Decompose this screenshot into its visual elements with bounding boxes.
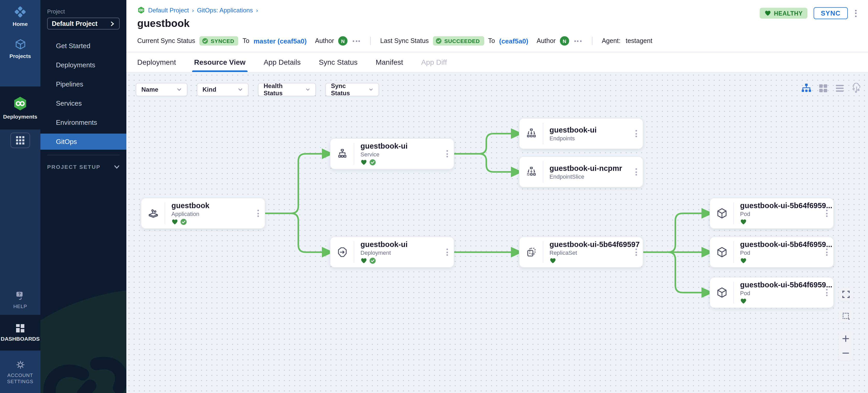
sidebar-item-pipelines[interactable]: Pipelines [40,76,126,92]
resource-tree-canvas[interactable]: Name Kind Health Status Sync Status [126,72,868,393]
author-label: Author [536,37,556,44]
replicaset-kind-icon [520,241,543,263]
nav-help[interactable]: ? HELP [0,285,40,315]
node-menu-kebab[interactable] [634,167,638,176]
sidebar-item-deployments[interactable]: Deployments [40,57,126,73]
nav-dashboards-label: DASHBOARDS [1,335,40,342]
node-pod-1[interactable]: guestbook-ui-5b64f6959... Pod [710,198,834,229]
sync-button[interactable]: SYNC [814,7,848,19]
node-name: guestbook [172,201,265,210]
filter-health-status-dropdown[interactable]: Health Status [258,83,316,96]
network-view-toggle[interactable] [851,83,862,93]
nav-deployments[interactable]: Deployments [0,91,40,125]
node-body: guestbook-ui Deployment [354,237,454,267]
node-body: guestbook-ui-5b64f6959... Pod [734,198,833,228]
grid-view-toggle[interactable] [818,83,828,93]
last-sync-status-label: Last Sync Status [380,37,429,44]
tab-app-diff[interactable]: App Diff [421,52,447,72]
node-body: guestbook-ui Endpoints [543,119,643,149]
node-kind: ReplicaSet [550,250,643,256]
sidebar-item-services[interactable]: Services [40,95,126,111]
nav-dashboards[interactable]: DASHBOARDS [0,318,40,348]
breadcrumb: Default Project › GitOps: Applications › [137,6,859,14]
pod-icon [715,286,728,299]
node-pod-3[interactable]: guestbook-ui-5b64f6959... Pod [710,277,834,308]
succeeded-badge-text: SUCCEEDED [444,38,480,44]
deployments-icon [12,96,28,111]
commit-message-ellipsis[interactable] [352,40,361,42]
last-sync-target-link[interactable]: (ceaf5a0) [499,37,529,45]
node-name: guestbook-ui-5b64f69597 [550,240,643,249]
sidebar-item-environments[interactable]: Environments [40,114,126,130]
app-menu-kebab[interactable] [854,8,858,18]
node-menu-kebab[interactable] [825,288,829,297]
nav-projects[interactable]: Projects [0,33,40,65]
node-endpointslice-guestbook-ui-ncpmr[interactable]: guestbook-ui-ncpmr EndpointSlice [519,156,643,188]
sidebar-item-gitops[interactable]: GitOps [40,134,126,150]
succeeded-badge: SUCCEEDED [433,36,484,45]
sidebar-menu: Get Started Deployments Pipelines Servic… [40,38,126,150]
filter-sync-status-dropdown[interactable]: Sync Status [325,83,379,96]
node-name: guestbook-ui-5b64f6959... [740,201,833,210]
tab-manifest[interactable]: Manifest [376,52,403,72]
node-menu-kebab[interactable] [634,248,638,257]
commit-message-ellipsis[interactable] [573,40,583,42]
zoom-out-button[interactable] [838,346,853,360]
node-menu-kebab[interactable] [256,209,260,218]
tab-deployment[interactable]: Deployment [137,52,176,72]
rail-middle: ? HELP [0,129,40,315]
node-menu-kebab[interactable] [445,248,449,257]
status-divider [370,37,371,45]
healthy-heart-icon [550,257,556,264]
pod-kind-icon [710,202,734,224]
sidebar-item-get-started[interactable]: Get Started [40,38,126,54]
breadcrumb-applications[interactable]: GitOps: Applications [197,6,253,14]
nav-projects-label: Projects [9,53,31,60]
list-view-toggle[interactable] [835,83,845,93]
breadcrumb-project[interactable]: Default Project [148,6,189,14]
node-service-guestbook-ui[interactable]: guestbook-ui Service [330,138,454,169]
grid-9-icon [16,136,25,145]
project-setup-toggle[interactable]: PROJECT SETUP [47,164,120,170]
zoom-in-button[interactable] [838,331,853,346]
projects-icon [14,38,27,51]
agent-value: testagent [626,37,652,44]
selection-tool-button[interactable] [838,309,853,323]
tab-sync-status[interactable]: Sync Status [319,52,358,72]
filter-sync-status-label: Sync Status [331,82,362,97]
home-icon [13,5,27,19]
nav-account-settings[interactable]: ACCOUNT SETTINGS [0,354,40,390]
fit-to-screen-button[interactable] [838,287,853,301]
project-selector[interactable]: Default Project [47,18,120,30]
author-avatar[interactable]: N [338,36,347,45]
current-sync-target-link[interactable]: master (ceaf5a0) [253,37,307,45]
synced-badge: SYNCED [199,36,239,45]
selection-rect-icon [842,312,849,320]
tab-resource-view[interactable]: Resource View [194,52,246,72]
author-avatar[interactable]: N [560,36,569,45]
tab-app-details[interactable]: App Details [264,52,301,72]
service-kind-icon [331,143,354,165]
filter-kind-dropdown[interactable]: Kind [197,83,249,96]
project-section-label: Project [47,8,126,14]
project-sidebar: Project Default Project Get Started Depl… [40,0,126,393]
node-application-guestbook[interactable]: guestbook Application [141,198,265,229]
node-menu-kebab[interactable] [825,248,829,257]
node-replicaset-guestbook-ui-5b64f69597[interactable]: guestbook-ui-5b64f69597 ReplicaSet [519,237,643,268]
node-deployment-guestbook-ui[interactable]: guestbook-ui Deployment [330,237,454,268]
node-pod-2[interactable]: guestbook-ui-5b64f6959... Pod [710,237,834,268]
help-icon: ? [14,290,26,301]
module-switcher-button[interactable] [10,133,30,148]
nav-home[interactable]: Home [0,0,40,33]
heart-icon [765,10,771,17]
node-menu-kebab[interactable] [445,149,449,158]
rail-module-dashboards: DASHBOARDS [0,315,40,351]
node-endpoints-guestbook-ui[interactable]: guestbook-ui Endpoints [519,118,643,149]
node-menu-kebab[interactable] [634,129,638,138]
service-icon [336,148,348,160]
nav-home-label: Home [13,21,28,27]
filter-name-dropdown[interactable]: Name [136,83,187,96]
node-menu-kebab[interactable] [825,209,829,218]
tree-view-toggle[interactable] [801,83,811,93]
status-divider [592,37,592,45]
